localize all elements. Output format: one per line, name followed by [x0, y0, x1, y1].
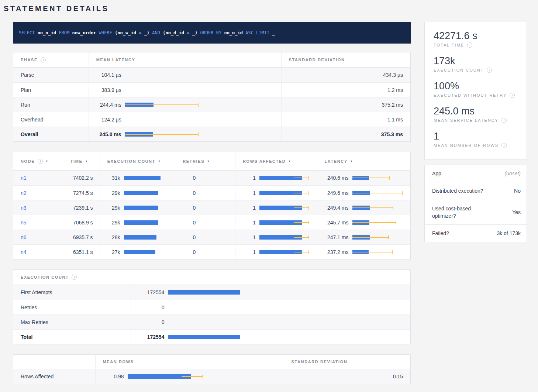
time-value: 6351.1 s: [63, 245, 100, 259]
latency-bar: [352, 203, 411, 212]
sql-token: _): [144, 30, 149, 35]
sql-token: _): [192, 30, 197, 35]
stat-value: 1: [434, 131, 518, 142]
execution-count-value: 28k: [100, 234, 120, 240]
latency-bar: [352, 218, 411, 227]
info-icon[interactable]: [41, 57, 46, 62]
count-bar: [168, 288, 410, 297]
retries-value: 0: [175, 205, 196, 211]
std-dev-line: [352, 252, 392, 252]
detail-row-cost-based-optimizer: Used cost-based optimizer? Yes: [425, 200, 527, 225]
sql-statement: SELECT no_o_id FROM new_order WHERE (no_…: [13, 22, 411, 44]
mean-rows-bar: [128, 372, 284, 381]
retries-value: 0: [175, 175, 196, 181]
latency-bar-chart: [125, 115, 281, 124]
sort-desc-icon[interactable]: [207, 159, 210, 164]
mean-bar: [124, 250, 155, 254]
info-icon[interactable]: [501, 118, 507, 123]
node-link[interactable]: n4: [21, 249, 27, 255]
table-row: Run 244.4 ms 375.2 ms: [13, 97, 410, 112]
info-icon[interactable]: [72, 275, 77, 280]
rows-affected-value: 1: [235, 249, 256, 255]
phase-label: Parse: [13, 68, 89, 82]
mean-latency-value: 104.1 µs: [89, 72, 121, 78]
sort-desc-icon[interactable]: [288, 159, 292, 164]
execution-count-bar: [124, 203, 175, 212]
info-icon[interactable]: [38, 159, 43, 164]
stat-label: MEAN SERVICE LATENCY: [434, 118, 499, 123]
time-value: 6935.7 s: [63, 230, 100, 244]
table-row: First Attempts 172554: [13, 285, 410, 300]
retries-value: 0: [175, 234, 196, 240]
detail-value: Yes: [491, 200, 527, 225]
detail-value: No: [491, 182, 527, 199]
std-dev-value: 375.3 ms: [282, 127, 410, 141]
info-icon[interactable]: [487, 68, 492, 73]
node-link[interactable]: n3: [21, 205, 27, 211]
sql-token: no_o_id: [38, 30, 56, 35]
node-link[interactable]: n2: [21, 190, 27, 196]
stat-mean-number-of-rows: 1 MEAN NUMBER OF ROWS: [434, 131, 518, 148]
sort-desc-icon[interactable]: [45, 159, 49, 164]
node-link[interactable]: n6: [21, 234, 27, 240]
execution-count-bar: [124, 218, 175, 227]
rows-affected-value: 1: [235, 205, 256, 211]
column-label: NODE: [21, 159, 35, 164]
std-dev-line: [125, 134, 198, 135]
stat-mean-service-latency: 245.0 ms MEAN SERVICE LATENCY: [434, 106, 518, 123]
sort-desc-icon[interactable]: [85, 159, 88, 164]
table-row: Overhead 124.2 µs 1.1 ms: [13, 112, 410, 127]
time-value: 7239.1 s: [63, 200, 100, 215]
sort-desc-icon[interactable]: [158, 159, 161, 164]
statement-summary-card: 42271.6 s TOTAL TIME 173k EXECUTION COUN…: [424, 22, 527, 160]
std-dev-column-header: STANDARD DEVIATION: [284, 355, 410, 369]
table-row-overall: Overall 245.0 ms 375.3 ms: [13, 127, 410, 141]
detail-label: Failed?: [425, 225, 491, 242]
sql-token: (: [115, 30, 117, 35]
retries-column-header[interactable]: RETRIES: [175, 152, 235, 170]
rows-affected-bar: [259, 218, 317, 227]
detail-label: App: [425, 165, 491, 182]
latency-bar: [352, 248, 411, 257]
execution-count-value: 29k: [100, 190, 120, 196]
rows-affected-value: 1: [235, 234, 256, 240]
blank-column-header: [13, 355, 96, 369]
count-bar: [168, 333, 410, 341]
phase-table: PHASE MEAN LATENCY STANDARD DEVIATION Pa…: [13, 52, 411, 142]
time-value: 7402.2 s: [63, 171, 100, 185]
mean-bar: [124, 206, 158, 210]
node-link[interactable]: n1: [21, 175, 27, 181]
time-column-header[interactable]: TIME: [63, 152, 100, 170]
column-label: PHASE: [21, 58, 38, 62]
retries-value: 0: [175, 220, 196, 226]
mean-rows-column-header: MEAN ROWS: [96, 355, 284, 369]
phase-label: Overall: [13, 127, 89, 141]
detail-value: 3k of 173k: [491, 225, 527, 242]
phase-label: Plan: [13, 83, 89, 97]
rows-affected-column-header[interactable]: ROWS AFFECTED: [235, 152, 317, 170]
sort-desc-icon[interactable]: [350, 159, 354, 164]
node-link[interactable]: n5: [21, 220, 27, 226]
latency-column-header[interactable]: LATENCY: [317, 152, 411, 170]
node-stats-table: NODE TIME EXECUTION COUNT RETRIES: [13, 152, 411, 259]
std-dev-value: 1.2 ms: [282, 83, 410, 97]
info-icon[interactable]: [467, 42, 472, 48]
column-label: EXECUTION COUNT: [107, 159, 155, 164]
column-label: STANDARD DEVIATION: [292, 360, 348, 364]
sql-token: (: [163, 30, 165, 35]
std-dev-line: [352, 178, 389, 178]
execution-count-value: 29k: [100, 205, 120, 211]
std-dev-column-header: STANDARD DEVIATION: [282, 52, 410, 67]
latency-value: 249.4 ms: [317, 205, 349, 211]
info-icon[interactable]: [510, 93, 515, 98]
execution-count-column-header[interactable]: EXECUTION COUNT: [100, 152, 176, 170]
table-row-total: Total 172554: [13, 329, 410, 344]
mean-bar: [124, 235, 156, 240]
phase-label: Run: [13, 97, 89, 112]
info-icon[interactable]: [501, 143, 507, 148]
rows-affected-bar: [259, 189, 317, 197]
sql-token: =: [184, 30, 192, 35]
std-dev-line: [352, 193, 402, 193]
node-column-header[interactable]: NODE: [13, 152, 63, 170]
execution-count-value: 27k: [100, 249, 120, 255]
